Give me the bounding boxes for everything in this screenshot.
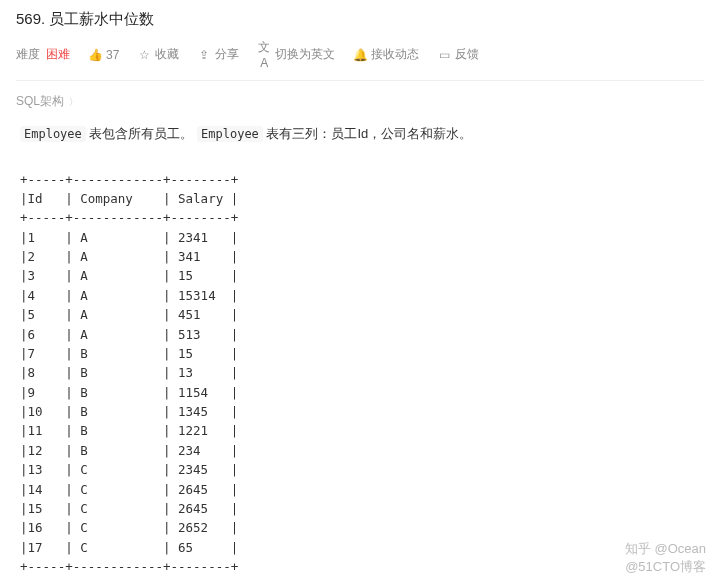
feedback-button[interactable]: ▭ 反馈 [437,46,479,63]
thumbs-up-icon: 👍 [88,48,102,62]
favorite-button[interactable]: ☆ 收藏 [137,46,179,63]
feedback-label: 反馈 [455,46,479,63]
chevron-right-icon: 〉 [69,97,78,107]
problem-description: Employee 表包含所有员工。 Employee 表有三列：员工Id，公司名… [0,118,720,154]
favorite-label: 收藏 [155,46,179,63]
share-button[interactable]: ⇪ 分享 [197,46,239,63]
notify-button[interactable]: 🔔 接收动态 [353,46,419,63]
sql-schema-toggle[interactable]: SQL架构 〉 [0,81,720,118]
desc-text: 表有三列：员工Id，公司名和薪水。 [263,126,472,141]
feedback-icon: ▭ [437,48,451,62]
table-block: +-----+------------+--------+ |Id | Comp… [20,160,700,582]
translate-button[interactable]: 文A 切换为英文 [257,39,335,70]
code-inline: Employee [197,126,263,142]
translate-icon: 文A [257,39,271,70]
bell-icon: 🔔 [353,48,367,62]
desc-text: 表包含所有员工。 [86,126,197,141]
notify-label: 接收动态 [371,46,419,63]
meta-row: 难度 困难 👍 37 ☆ 收藏 ⇪ 分享 文A 切换为英文 🔔 接收动态 [16,39,704,81]
share-label: 分享 [215,46,239,63]
problem-title: 569. 员工薪水中位数 [16,10,704,29]
difficulty-label: 难度 [16,46,40,63]
share-icon: ⇪ [197,48,211,62]
difficulty-value: 困难 [46,46,70,63]
like-button[interactable]: 👍 37 [88,48,119,62]
translate-label: 切换为英文 [275,46,335,63]
sql-schema-label: SQL架构 [16,94,64,108]
like-count: 37 [106,48,119,62]
star-icon: ☆ [137,48,151,62]
code-inline: Employee [20,126,86,142]
